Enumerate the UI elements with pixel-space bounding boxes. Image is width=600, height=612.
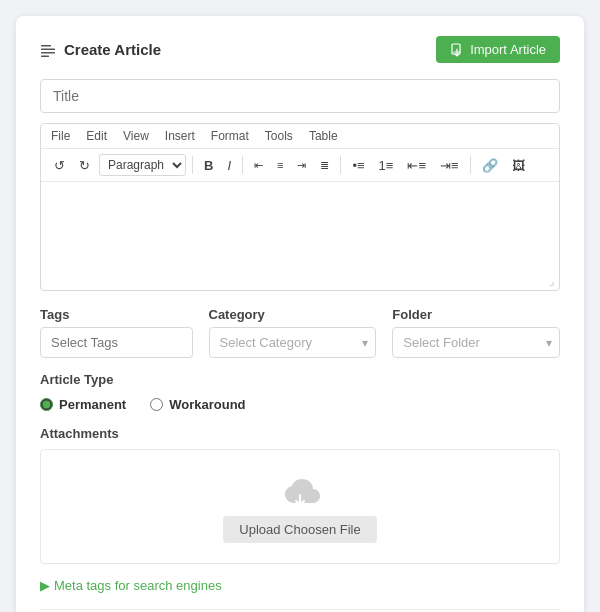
- folder-label: Folder: [392, 307, 560, 322]
- folder-group: Folder Select Folder: [392, 307, 560, 358]
- undo-button[interactable]: ↺: [49, 156, 70, 175]
- tags-group: Tags: [40, 307, 193, 358]
- editor-menubar: File Edit View Insert Format Tools Table: [41, 124, 559, 149]
- link-button[interactable]: 🔗: [477, 156, 503, 175]
- upload-cloud-icon: [275, 470, 325, 508]
- radio-permanent[interactable]: Permanent: [40, 397, 126, 412]
- upload-area[interactable]: Upload Choosen File: [40, 449, 560, 564]
- title-input[interactable]: [40, 79, 560, 113]
- menu-edit[interactable]: Edit: [86, 129, 107, 143]
- menu-format[interactable]: Format: [211, 129, 249, 143]
- chevron-right-icon: ▶: [40, 578, 50, 593]
- upload-button[interactable]: Upload Choosen File: [223, 516, 376, 543]
- align-center-button[interactable]: ≡: [272, 157, 288, 173]
- ordered-list-button[interactable]: 1≡: [374, 156, 399, 175]
- menu-insert[interactable]: Insert: [165, 129, 195, 143]
- divider-3: [340, 156, 341, 174]
- article-type-section: Article Type Permanent Workaround: [40, 372, 560, 412]
- radio-permanent-input[interactable]: [40, 398, 53, 411]
- resize-handle: ⌟: [41, 272, 559, 290]
- folder-select[interactable]: Select Folder: [392, 327, 560, 358]
- create-article-card: Create Article Import Article File Edit …: [16, 16, 584, 612]
- tags-label: Tags: [40, 307, 193, 322]
- editor-toolbar: ↺ ↻ Paragraph B I ⇤ ≡ ⇥ ≣ •≡ 1≡ ⇤≡ ⇥≡ 🔗 …: [41, 149, 559, 182]
- menu-table[interactable]: Table: [309, 129, 338, 143]
- menu-view[interactable]: View: [123, 129, 149, 143]
- svg-rect-2: [41, 52, 55, 54]
- align-right-button[interactable]: ⇥: [292, 157, 311, 174]
- paragraph-select[interactable]: Paragraph: [99, 154, 186, 176]
- tags-input[interactable]: [40, 327, 193, 358]
- meta-tags-label: Meta tags for search engines: [54, 578, 222, 593]
- radio-permanent-label: Permanent: [59, 397, 126, 412]
- radio-workaround-input[interactable]: [150, 398, 163, 411]
- svg-rect-1: [41, 48, 55, 50]
- category-label: Category: [209, 307, 377, 322]
- outdent-button[interactable]: ⇤≡: [402, 156, 431, 175]
- redo-button[interactable]: ↻: [74, 156, 95, 175]
- category-select[interactable]: Select Category: [209, 327, 377, 358]
- article-type-label: Article Type: [40, 372, 560, 387]
- radio-workaround-label: Workaround: [169, 397, 245, 412]
- attachments-section: Attachments Upload Choosen File: [40, 426, 560, 564]
- divider-1: [192, 156, 193, 174]
- svg-rect-3: [41, 55, 49, 57]
- radio-group: Permanent Workaround: [40, 397, 560, 412]
- italic-button[interactable]: I: [222, 156, 236, 175]
- image-button[interactable]: 🖼: [507, 156, 530, 175]
- meta-tags-link[interactable]: ▶ Meta tags for search engines: [40, 578, 560, 593]
- radio-workaround[interactable]: Workaround: [150, 397, 245, 412]
- editor-container: File Edit View Insert Format Tools Table…: [40, 123, 560, 291]
- divider-4: [470, 156, 471, 174]
- import-article-button[interactable]: Import Article: [436, 36, 560, 63]
- folder-select-wrapper: Select Folder: [392, 327, 560, 358]
- page-title: Create Article: [64, 41, 161, 58]
- attachments-label: Attachments: [40, 426, 560, 441]
- menu-file[interactable]: File: [51, 129, 70, 143]
- card-header: Create Article Import Article: [40, 36, 560, 63]
- category-select-wrapper: Select Category: [209, 327, 377, 358]
- category-group: Category Select Category: [209, 307, 377, 358]
- import-icon: [450, 43, 464, 57]
- svg-rect-0: [41, 45, 51, 47]
- divider-2: [242, 156, 243, 174]
- bullet-list-button[interactable]: •≡: [347, 156, 369, 175]
- align-justify-button[interactable]: ≣: [315, 157, 334, 174]
- article-icon: [40, 42, 56, 58]
- metadata-row: Tags Category Select Category Folder Sel…: [40, 307, 560, 358]
- menu-tools[interactable]: Tools: [265, 129, 293, 143]
- card-title: Create Article: [40, 41, 161, 58]
- editor-body[interactable]: [41, 182, 559, 272]
- indent-button[interactable]: ⇥≡: [435, 156, 464, 175]
- bold-button[interactable]: B: [199, 156, 218, 175]
- align-left-button[interactable]: ⇤: [249, 157, 268, 174]
